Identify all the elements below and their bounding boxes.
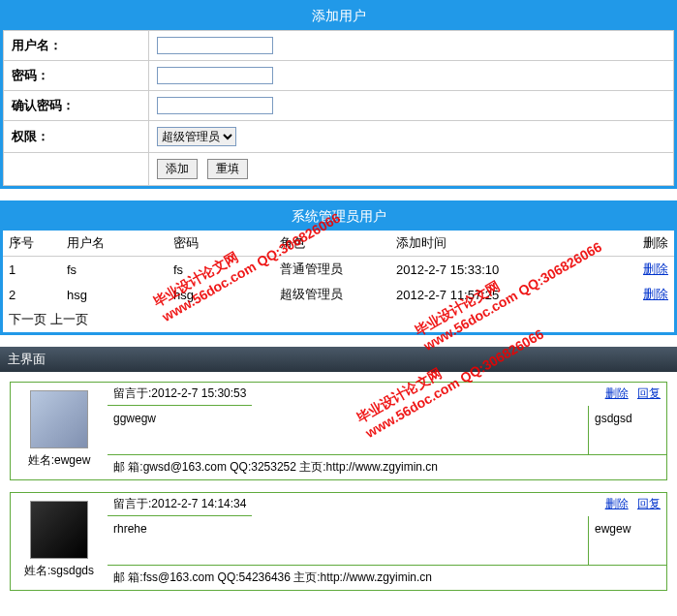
pager-text[interactable]: 下一页 上一页 (3, 307, 674, 332)
reset-button[interactable]: 重填 (207, 159, 248, 179)
message-avatar-area: 姓名:sgsdgds (11, 493, 108, 590)
avatar-image (30, 501, 88, 559)
message-box: 姓名:sgsdgds 留言于:2012-2-7 14:14:34 删除 回复 r… (10, 492, 667, 591)
col-password: 密码 (168, 231, 274, 257)
avatar-image (30, 390, 88, 448)
message-avatar-area: 姓名:ewgew (11, 383, 108, 479)
add-user-title: 添加用户 (3, 3, 674, 30)
messages-container: 姓名:ewgew 留言于:2012-2-7 15:30:53 删除 回复 ggw… (0, 372, 677, 612)
table-row: 1 fs fs 普通管理员 2012-2-7 15:33:10 删除 (3, 257, 674, 283)
message-side: gsdgsd (589, 406, 666, 454)
password-label: 密码： (4, 61, 149, 91)
confirm-password-input[interactable] (157, 97, 273, 114)
message-name: 姓名:ewgew (28, 448, 91, 469)
message-content: rhrehe (108, 516, 589, 565)
message-reply-link[interactable]: 回复 (637, 497, 661, 510)
role-select[interactable]: 超级管理员 (157, 127, 236, 146)
message-side: ewgew (589, 516, 666, 565)
message-footer: 邮 箱:fss@163.com QQ:54236436 主页:http://ww… (108, 565, 666, 590)
message-name: 姓名:sgsdgds (24, 559, 94, 579)
admin-users-table: 序号 用户名 密码 角色 添加时间 删除 1 fs fs 普通管理员 2012-… (3, 231, 674, 332)
confirm-password-label: 确认密码： (4, 91, 149, 121)
delete-link[interactable]: 删除 (643, 262, 668, 276)
delete-link[interactable]: 删除 (643, 287, 668, 301)
password-input[interactable] (157, 67, 273, 84)
add-user-form: 用户名： 密码： 确认密码： 权限： 超级管理员 添加 重填 (3, 30, 674, 186)
message-time: 留言于:2012-2-7 14:14:34 (108, 493, 252, 516)
message-delete-link[interactable]: 删除 (605, 386, 629, 400)
table-header-row: 序号 用户名 密码 角色 添加时间 删除 (3, 231, 674, 257)
bottom-pager: 共 1 页 | 首页 | 上一页 | 下一页 | 末页 | 第 1 页 (0, 612, 677, 616)
col-role: 角色 (274, 231, 390, 257)
col-delete: 删除 (626, 231, 674, 257)
admin-users-title: 系统管理员用户 (3, 203, 674, 231)
main-bar: 主界面 (0, 347, 677, 372)
add-button[interactable]: 添加 (157, 159, 198, 179)
role-label: 权限： (4, 121, 149, 153)
message-time: 留言于:2012-2-7 15:30:53 (108, 383, 252, 406)
admin-users-panel: 系统管理员用户 序号 用户名 密码 角色 添加时间 删除 1 fs fs 普通管… (0, 200, 677, 335)
username-input[interactable] (157, 37, 273, 54)
pager-row: 下一页 上一页 (3, 307, 674, 332)
username-label: 用户名： (4, 31, 149, 61)
col-seq: 序号 (3, 231, 61, 257)
message-delete-link[interactable]: 删除 (605, 497, 629, 510)
table-row: 2 hsg hsg 超级管理员 2012-2-7 11:57:25 删除 (3, 282, 674, 307)
message-footer: 邮 箱:gwsd@163.com QQ:3253252 主页:http://ww… (108, 454, 666, 479)
col-addtime: 添加时间 (390, 231, 626, 257)
col-username: 用户名 (61, 231, 168, 257)
message-content: ggwegw (108, 406, 589, 454)
message-box: 姓名:ewgew 留言于:2012-2-7 15:30:53 删除 回复 ggw… (10, 382, 667, 480)
message-reply-link[interactable]: 回复 (637, 386, 661, 400)
add-user-panel: 添加用户 用户名： 密码： 确认密码： 权限： 超级管理员 添加 重填 (0, 0, 677, 189)
